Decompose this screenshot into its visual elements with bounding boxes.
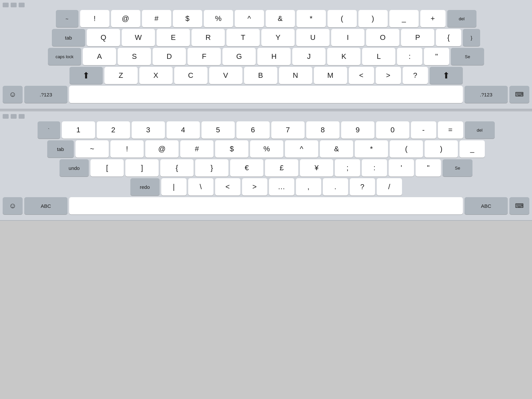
key-tab[interactable]: tab [52, 29, 85, 46]
key-d[interactable]: D [153, 48, 186, 65]
key-caret[interactable]: ^ [235, 10, 264, 27]
key-rbracket[interactable]: ] [125, 159, 159, 177]
key-b[interactable]: B [244, 67, 277, 84]
key-f[interactable]: F [188, 48, 221, 65]
key-undo[interactable]: undo [60, 159, 89, 177]
key-amp[interactable]: & [266, 10, 295, 27]
key-r[interactable]: R [192, 29, 225, 46]
key-dquote[interactable]: " [424, 48, 449, 65]
key-j[interactable]: J [292, 48, 326, 65]
key-euro[interactable]: € [230, 159, 263, 177]
key-abc-right[interactable]: ABC [465, 197, 508, 214]
key-equals[interactable]: = [438, 121, 463, 139]
key-exclaim2[interactable]: ! [110, 140, 144, 158]
key-percent[interactable]: % [204, 10, 233, 27]
key-c[interactable]: C [174, 67, 207, 84]
key-qmark2[interactable]: ? [350, 178, 375, 196]
key-dollar[interactable]: $ [173, 10, 202, 27]
key-hash[interactable]: # [142, 10, 171, 27]
key-t[interactable]: T [226, 29, 260, 46]
key-caret2[interactable]: ^ [285, 140, 318, 158]
key-keyboard-icon2[interactable]: ⌨ [509, 197, 529, 214]
key-slash[interactable]: / [377, 178, 402, 196]
key-amp2[interactable]: & [320, 140, 353, 158]
key-lbrace[interactable]: { [436, 29, 461, 46]
key-num-switch-right[interactable]: .?123 [465, 86, 508, 103]
key-underscore[interactable]: _ [389, 10, 419, 27]
key-u[interactable]: U [296, 29, 330, 46]
key-m[interactable]: M [314, 67, 347, 84]
key-x[interactable]: X [139, 67, 173, 84]
key-abc-left[interactable]: ABC [24, 197, 67, 214]
key-star2[interactable]: * [355, 140, 388, 158]
key-p[interactable]: P [401, 29, 434, 46]
key-rparen2[interactable]: ) [425, 140, 458, 158]
key-lbracket[interactable]: [ [90, 159, 124, 177]
key-return[interactable]: Se [451, 48, 484, 65]
key-6[interactable]: 6 [236, 121, 270, 139]
key-dollar2[interactable]: $ [215, 140, 248, 158]
key-space2[interactable] [69, 197, 463, 214]
key-n[interactable]: N [279, 67, 312, 84]
key-tilde[interactable]: ~ [56, 10, 78, 27]
key-colon[interactable]: : [397, 48, 422, 65]
key-period[interactable]: . [323, 178, 348, 196]
key-underscore2[interactable]: _ [460, 140, 485, 158]
key-keyboard-icon[interactable]: ⌨ [509, 86, 529, 103]
key-num-switch-left[interactable]: .?123 [24, 86, 67, 103]
key-space[interactable] [69, 86, 463, 103]
key-qmark[interactable]: ? [403, 67, 428, 84]
key-rparen[interactable]: ) [358, 10, 388, 27]
key-s[interactable]: S [118, 48, 151, 65]
key-shift-left[interactable]: ⬆ [69, 67, 103, 84]
key-0[interactable]: 0 [376, 121, 409, 139]
key-semicolon[interactable]: ; [335, 159, 360, 177]
key-a[interactable]: A [83, 48, 116, 65]
key-emoji[interactable]: ☺ [3, 86, 23, 103]
key-k[interactable]: K [327, 48, 360, 65]
key-4[interactable]: 4 [167, 121, 200, 139]
key-z[interactable]: Z [104, 67, 138, 84]
key-w[interactable]: W [122, 29, 155, 46]
key-star[interactable]: * [297, 10, 326, 27]
key-ellipsis[interactable]: … [269, 178, 294, 196]
key-h[interactable]: H [257, 48, 291, 65]
key-2[interactable]: 2 [97, 121, 130, 139]
key-exclaim[interactable]: ! [80, 10, 109, 27]
key-delete2[interactable]: del [465, 121, 495, 139]
key-apostrophe[interactable]: ' [389, 159, 414, 177]
key-backtick[interactable]: ` [38, 121, 60, 139]
key-gt[interactable]: > [376, 67, 401, 84]
key-dquote2[interactable]: " [416, 159, 441, 177]
key-gt2[interactable]: > [242, 178, 267, 196]
key-hash2[interactable]: # [180, 140, 213, 158]
key-shift-right[interactable]: ⬆ [430, 67, 463, 84]
key-capslock[interactable]: caps lock [48, 48, 81, 65]
key-delete[interactable]: del [447, 10, 476, 27]
key-v[interactable]: V [209, 67, 242, 84]
key-o[interactable]: O [366, 29, 399, 46]
key-tab2[interactable]: tab [47, 140, 74, 158]
key-7[interactable]: 7 [271, 121, 305, 139]
key-colon2[interactable]: : [362, 159, 387, 177]
key-comma[interactable]: , [296, 178, 321, 196]
key-at[interactable]: @ [111, 10, 140, 27]
key-rbrace2[interactable]: } [195, 159, 228, 177]
key-tilde2[interactable]: ~ [75, 140, 109, 158]
key-backslash[interactable]: \ [188, 178, 213, 196]
key-q[interactable]: Q [87, 29, 120, 46]
key-yen[interactable]: ¥ [300, 159, 333, 177]
key-plus[interactable]: + [420, 10, 446, 27]
key-g[interactable]: G [222, 48, 256, 65]
key-rbrace[interactable]: } [463, 29, 480, 46]
key-9[interactable]: 9 [341, 121, 374, 139]
key-lt[interactable]: < [349, 67, 374, 84]
key-lparen2[interactable]: ( [390, 140, 423, 158]
key-i[interactable]: I [331, 29, 364, 46]
key-emoji2[interactable]: ☺ [3, 197, 23, 214]
key-minus[interactable]: - [411, 121, 436, 139]
key-8[interactable]: 8 [306, 121, 339, 139]
key-lbrace2[interactable]: { [160, 159, 194, 177]
key-1[interactable]: 1 [62, 121, 95, 139]
key-percent2[interactable]: % [250, 140, 283, 158]
